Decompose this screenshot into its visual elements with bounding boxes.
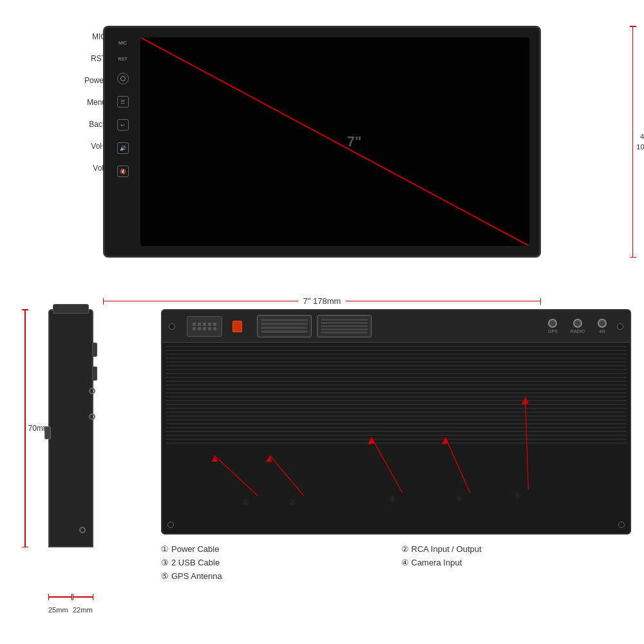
part-label-4: ④ Camera Input (401, 558, 632, 567)
part-num-4: ④ (401, 558, 409, 567)
back-top-bar: GPS RADIO 4G (162, 310, 630, 343)
width-label: 7" 178mm (298, 296, 346, 306)
side-width-label2: 22mm (73, 606, 93, 614)
back-view: GPS RADIO 4G (148, 309, 631, 586)
side-view: 70mm 25mm (19, 309, 148, 599)
menu-button[interactable]: ☰ (117, 96, 129, 108)
device-side-body (48, 309, 93, 547)
height-label-mm: 102mm (636, 143, 644, 151)
screen-size-label: 7" (347, 133, 362, 150)
power-connector (232, 321, 242, 332)
top-section: MIC RST Power Menu (77, 13, 625, 290)
4g-antenna (598, 319, 607, 328)
part-text-5: GPS Antenna (171, 571, 222, 581)
side-width-label1: 25mm (48, 606, 68, 614)
mic-indicator: MIC (118, 41, 127, 45)
parts-labels: ① Power Cable ② RCA Input / Output ③ 2 U… (161, 544, 631, 581)
volminus-button[interactable]: 🔇 (117, 166, 129, 177)
height-dimension: 4.02" 102mm (632, 26, 644, 258)
volplus-button[interactable]: 🔊 (117, 142, 129, 154)
power-text: Power (77, 76, 106, 85)
gps-label: GPS (548, 329, 558, 334)
device-back-body: GPS RADIO 4G (161, 309, 631, 535)
screw-hole-bottom-right (618, 522, 625, 528)
device-screen: 7" (140, 37, 529, 246)
radio-label: RADIO (571, 329, 585, 334)
part-label-2: ② RCA Input / Output (401, 544, 632, 554)
part-num-2: ② (401, 544, 409, 554)
main-connectors (257, 315, 372, 337)
volplus-text: Vol+ (77, 142, 106, 151)
mic-text: MIC (77, 32, 106, 41)
width-dimension: 7" 178mm (103, 296, 541, 306)
part-text-2: RCA Input / Output (412, 544, 482, 554)
screw-hole-right (617, 323, 623, 330)
part-num-5: ⑤ (161, 571, 169, 581)
part-label-1: ① Power Cable (161, 544, 392, 554)
gps-antenna (548, 319, 557, 328)
vent-lines (162, 343, 630, 533)
menu-text: Menu (77, 98, 106, 107)
device-front-view: MIC RST ☰ ↩ 🔊 🔇 7" (103, 26, 541, 258)
antenna-group: GPS RADIO 4G (548, 319, 612, 334)
svg-line-0 (140, 37, 529, 246)
part-text-4: Camera Input (412, 558, 462, 567)
side-width-dim2: 22mm (73, 594, 93, 615)
height-label-inches: 4.02" (640, 133, 644, 140)
back-button[interactable]: ↩ (117, 119, 129, 131)
part-num-1: ① (161, 544, 169, 554)
part-label-5: ⑤ GPS Antenna (161, 571, 392, 581)
rst-text: RST (77, 54, 106, 63)
screw-hole-left (169, 323, 175, 330)
power-button[interactable] (117, 73, 129, 84)
part-num-3: ③ (161, 558, 169, 567)
small-connector (187, 316, 222, 337)
radio-antenna (573, 319, 582, 328)
part-text-3: 2 USB Cable (171, 558, 220, 567)
rst-indicator: RST (118, 57, 128, 61)
side-width-dim1: 25mm (48, 594, 72, 615)
volminus-text: Vol- (77, 164, 106, 173)
screw-hole-bottom-left (167, 522, 174, 528)
part-text-1: Power Cable (171, 544, 219, 554)
part-label-3: ③ 2 USB Cable (161, 558, 392, 567)
back-text: Back (77, 120, 106, 129)
4g-label: 4G (599, 329, 605, 334)
bottom-section: 70mm 25mm (19, 309, 631, 631)
